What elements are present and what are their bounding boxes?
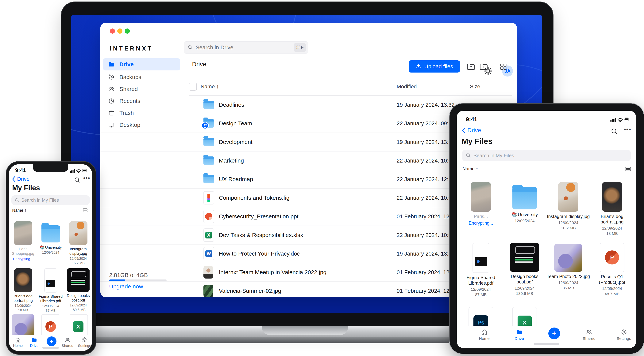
sidebar-item-label: Backups xyxy=(120,74,141,80)
upload-files-button[interactable]: Upload files xyxy=(408,60,460,73)
add-button[interactable]: + xyxy=(548,328,560,339)
file-name: Brian's dog portrait.png xyxy=(590,214,634,225)
select-all-checkbox[interactable] xyxy=(189,83,197,91)
gear-icon xyxy=(620,329,627,336)
list-view-icon[interactable] xyxy=(82,207,88,213)
new-folder-icon[interactable] xyxy=(480,63,488,70)
file-thumbnail xyxy=(510,243,539,272)
sidebar-item-label: Shared xyxy=(120,86,138,92)
column-header-modified[interactable]: Modified xyxy=(397,84,417,90)
file-card[interactable]: Instagram display.jpg 12/09/2024 16.2 MB xyxy=(546,182,590,243)
zoom-window-button[interactable] xyxy=(125,28,130,34)
file-name: Paris Shopping.jpg xyxy=(9,247,37,256)
file-modified-date: 22 January 2024. 10:08 xyxy=(397,158,454,164)
file-size: 180.6 MB xyxy=(64,308,92,312)
column-header-size[interactable]: Size xyxy=(470,84,480,90)
file-name: Deadlines xyxy=(219,102,244,108)
tab-drive[interactable]: Drive xyxy=(509,329,530,341)
file-status: Encrypting... xyxy=(9,257,37,261)
tab-settings[interactable]: Settings xyxy=(76,337,92,348)
file-name: Design Team xyxy=(219,120,252,127)
search-icon xyxy=(14,198,20,202)
file-card[interactable]: Brian's dog portrait.png 12/09/2024 18 M… xyxy=(590,182,634,243)
sort-arrow-icon: ↑ xyxy=(476,166,478,171)
file-card[interactable]: Design books post.pdf 12/09/2024 180.6 M… xyxy=(64,268,92,314)
file-card[interactable]: Design books post.pdf 12/09/2024 180.6 M… xyxy=(503,243,546,307)
sidebar-item-drive[interactable]: Drive xyxy=(103,58,180,70)
search-icon[interactable] xyxy=(74,177,80,183)
search-input[interactable]: Search in Drive ⌘F xyxy=(184,41,308,53)
sort-control[interactable]: Name ↑ xyxy=(12,208,26,213)
tab-home[interactable]: Home xyxy=(9,337,26,348)
internxt-logo: INTERNXT xyxy=(110,45,153,52)
file-name: Figma Shared Libraries.pdf xyxy=(459,275,503,286)
back-button[interactable]: Drive xyxy=(461,127,481,134)
file-card[interactable]: Figma Shared Libraries.pdf 12/09/2024 87… xyxy=(37,268,64,314)
grid-view-icon[interactable] xyxy=(499,63,507,71)
minimize-window-button[interactable] xyxy=(117,28,122,34)
sidebar-item-backups[interactable]: Backups xyxy=(103,71,180,83)
back-button[interactable]: Drive xyxy=(12,176,30,182)
search-icon xyxy=(466,153,471,158)
file-size: 18 MB xyxy=(590,231,634,236)
file-modified-date: 01 February 2024. 12:33 xyxy=(397,213,457,220)
file-card[interactable]: 📚University 12/09/2024 xyxy=(37,221,64,268)
tab-home[interactable]: Home xyxy=(474,329,495,341)
file-thumbnail xyxy=(42,225,60,242)
file-thumbnail xyxy=(14,221,32,245)
tab-shared[interactable]: Shared xyxy=(578,329,600,341)
home-indicator[interactable] xyxy=(42,347,59,349)
upload-folder-icon[interactable] xyxy=(467,63,475,70)
file-grid: Paris... Encrypting... 📚University 12/09… xyxy=(459,182,634,340)
folder-emoji-icon: 📚 xyxy=(511,212,517,217)
tab-drive[interactable]: Drive xyxy=(26,337,43,348)
file-card[interactable]: Results Q1 (Product).ppt 12/09/2024 48.7… xyxy=(590,243,634,307)
search-input[interactable]: Search in My Files xyxy=(462,150,631,161)
phone-screen: 9:41 Drive ••• My Files xyxy=(9,164,92,351)
file-date: 12/09/2024 xyxy=(590,226,634,230)
tab-shared[interactable]: Shared xyxy=(59,337,76,348)
home-indicator[interactable] xyxy=(534,343,559,345)
folder-icon xyxy=(516,329,523,336)
file-date: 12/09/2024 xyxy=(37,251,64,255)
chevron-left-icon xyxy=(461,127,466,134)
file-status: Encrypting... xyxy=(459,221,503,226)
list-view-icon[interactable] xyxy=(625,166,631,172)
column-header-name[interactable]: Name ↑ xyxy=(200,84,219,90)
file-card[interactable]: Paris... Encrypting... xyxy=(459,182,503,243)
file-card[interactable]: 📚University 12/09/2024 xyxy=(503,182,546,243)
file-icon xyxy=(204,228,214,242)
file-name: Marketing xyxy=(219,157,244,164)
search-icon[interactable] xyxy=(611,128,618,135)
file-name: Design books post.pdf xyxy=(64,293,92,303)
page-title: Drive xyxy=(192,61,206,68)
file-icon xyxy=(204,175,214,183)
file-date: 12/09/2024 xyxy=(64,303,92,307)
file-icon xyxy=(204,157,214,165)
file-card[interactable]: Figma Shared Libraries.pdf 12/09/2024 87… xyxy=(459,243,503,307)
page-title: My Files xyxy=(462,137,492,146)
users-icon xyxy=(586,329,592,336)
sort-control[interactable]: Name ↑ xyxy=(462,166,478,172)
search-input[interactable]: Search in My Files xyxy=(12,195,90,205)
upload-icon xyxy=(416,63,422,69)
file-card[interactable]: Instagram display.jpg 12/09/2024 16.2 MB xyxy=(64,221,92,268)
file-card[interactable]: Paris Shopping.jpg Encrypting... xyxy=(9,221,37,268)
laptop-base-notch xyxy=(262,326,348,335)
file-icon xyxy=(204,101,214,109)
file-card[interactable]: Team Photo 2022.jpg 12/09/2024 35 MB xyxy=(546,243,590,307)
sidebar-item-shared[interactable]: Shared xyxy=(103,83,180,95)
file-icon xyxy=(204,138,214,146)
back-label: Drive xyxy=(467,127,481,134)
more-menu-icon[interactable]: ••• xyxy=(624,126,631,133)
file-thumbnail xyxy=(471,182,491,212)
file-card[interactable]: Brian's dog portrait.png 12/09/2024 18 M… xyxy=(9,268,37,314)
close-window-button[interactable] xyxy=(110,28,115,34)
file-modified-date: 22 January 2024. 12:44 xyxy=(397,176,454,182)
more-menu-icon[interactable]: ••• xyxy=(83,175,90,181)
add-button[interactable]: + xyxy=(46,337,56,346)
file-size: 87 MB xyxy=(459,292,503,297)
back-label: Drive xyxy=(17,176,30,182)
tab-settings[interactable]: Settings xyxy=(614,329,634,341)
file-thumbnail xyxy=(14,268,32,292)
